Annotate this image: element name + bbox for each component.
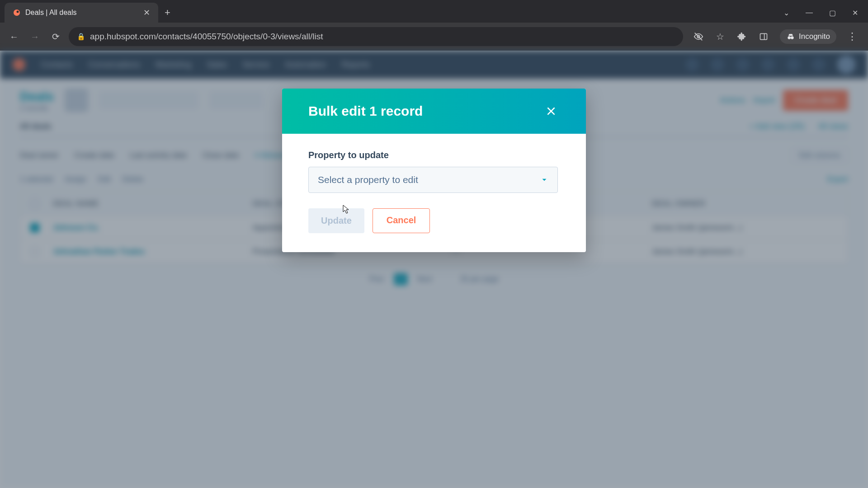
property-field-label: Property to update <box>308 150 560 160</box>
cancel-button[interactable]: Cancel <box>373 208 430 233</box>
select-placeholder: Select a property to edit <box>318 174 540 185</box>
forward-button[interactable]: → <box>27 29 42 44</box>
eye-off-icon[interactable] <box>693 31 704 42</box>
svg-point-7 <box>791 36 794 39</box>
modal-body: Property to update Select a property to … <box>282 134 586 252</box>
address-row: ← → ⟳ 🔒 app.hubspot.com/contacts/4005575… <box>0 23 868 51</box>
close-window-icon[interactable]: ✕ <box>852 9 858 17</box>
svg-point-0 <box>14 9 20 16</box>
reload-button[interactable]: ⟳ <box>48 29 63 44</box>
modal-header: Bulk edit 1 record <box>282 89 586 134</box>
close-modal-button[interactable] <box>542 103 560 120</box>
tabs-dropdown-icon[interactable]: ⌄ <box>783 9 789 17</box>
tab-bar: Deals | All deals ✕ + ⌄ — ▢ ✕ <box>0 0 868 23</box>
svg-point-6 <box>788 36 791 39</box>
hubspot-favicon-icon <box>13 9 21 17</box>
svg-rect-4 <box>760 33 767 39</box>
incognito-chip[interactable]: Incognito <box>780 29 836 44</box>
window-controls: ⌄ — ▢ ✕ <box>783 3 868 23</box>
side-panel-icon[interactable] <box>758 31 769 42</box>
bulk-edit-modal: Bulk edit 1 record Property to update Se… <box>282 89 586 252</box>
svg-point-1 <box>17 11 19 13</box>
extensions-icon[interactable] <box>736 31 747 42</box>
incognito-label: Incognito <box>799 32 830 41</box>
maximize-icon[interactable]: ▢ <box>829 9 836 17</box>
property-select[interactable]: Select a property to edit <box>308 167 558 193</box>
browser-chrome: Deals | All deals ✕ + ⌄ — ▢ ✕ ← → ⟳ 🔒 ap… <box>0 0 868 51</box>
browser-tab[interactable]: Deals | All deals ✕ <box>5 3 158 23</box>
address-bar[interactable]: 🔒 app.hubspot.com/contacts/40055750/obje… <box>69 27 683 46</box>
tab-title: Deals | All deals <box>25 9 139 17</box>
minimize-icon[interactable]: — <box>806 9 813 17</box>
lock-icon: 🔒 <box>77 33 85 41</box>
new-tab-button[interactable]: + <box>158 3 177 23</box>
browser-toolbar-right: ☆ Incognito ⋮ <box>689 29 862 44</box>
back-button[interactable]: ← <box>6 29 22 44</box>
browser-menu-icon[interactable]: ⋮ <box>847 31 857 42</box>
modal-actions: Update Cancel <box>308 208 560 233</box>
modal-title: Bulk edit 1 record <box>308 103 423 119</box>
bookmark-star-icon[interactable]: ☆ <box>715 31 726 42</box>
update-button[interactable]: Update <box>308 208 364 233</box>
close-icon <box>545 105 557 117</box>
url-text: app.hubspot.com/contacts/40055750/object… <box>90 32 323 42</box>
close-tab-icon[interactable]: ✕ <box>143 8 150 18</box>
chevron-down-icon <box>540 176 548 184</box>
incognito-icon <box>786 32 795 41</box>
